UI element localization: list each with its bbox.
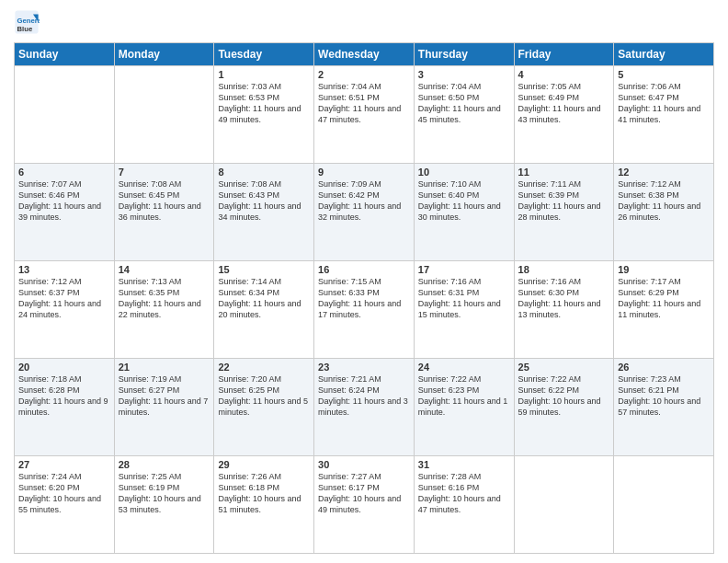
- day-number: 14: [119, 264, 210, 275]
- calendar-cell: 24Sunrise: 7:22 AM Sunset: 6:23 PM Dayli…: [414, 359, 514, 456]
- day-info: Sunrise: 7:05 AM Sunset: 6:49 PM Dayligh…: [518, 81, 610, 126]
- day-info: Sunrise: 7:17 AM Sunset: 6:29 PM Dayligh…: [618, 276, 710, 321]
- day-info: Sunrise: 7:23 AM Sunset: 6:21 PM Dayligh…: [618, 373, 710, 419]
- day-info: Sunrise: 7:03 AM Sunset: 6:53 PM Dayligh…: [218, 81, 310, 126]
- day-number: 18: [518, 264, 610, 275]
- calendar-cell: 6Sunrise: 7:07 AM Sunset: 6:46 PM Daylig…: [15, 164, 115, 261]
- calendar-cell: 11Sunrise: 7:11 AM Sunset: 6:39 PM Dayli…: [514, 164, 614, 261]
- day-info: Sunrise: 7:19 AM Sunset: 6:27 PM Dayligh…: [119, 373, 210, 419]
- calendar-cell: 22Sunrise: 7:20 AM Sunset: 6:25 PM Dayli…: [214, 359, 314, 456]
- svg-text:Blue: Blue: [17, 25, 33, 33]
- page: General Blue SundayMondayTuesdayWednesda…: [0, 0, 728, 563]
- day-number: 5: [618, 69, 710, 80]
- day-info: Sunrise: 7:16 AM Sunset: 6:31 PM Dayligh…: [418, 276, 510, 321]
- calendar-cell: 26Sunrise: 7:23 AM Sunset: 6:21 PM Dayli…: [614, 359, 714, 456]
- week-row-3: 13Sunrise: 7:12 AM Sunset: 6:37 PM Dayli…: [15, 261, 714, 359]
- day-number: 4: [518, 69, 610, 80]
- day-number: 16: [318, 264, 410, 275]
- day-number: 29: [218, 459, 310, 470]
- weekday-header-wednesday: Wednesday: [314, 43, 415, 66]
- day-number: 7: [119, 167, 210, 178]
- day-number: 8: [218, 167, 310, 178]
- day-info: Sunrise: 7:22 AM Sunset: 6:23 PM Dayligh…: [418, 373, 510, 419]
- day-info: Sunrise: 7:04 AM Sunset: 6:50 PM Dayligh…: [418, 81, 510, 126]
- day-info: Sunrise: 7:08 AM Sunset: 6:43 PM Dayligh…: [218, 178, 310, 224]
- calendar-cell: 12Sunrise: 7:12 AM Sunset: 6:38 PM Dayli…: [614, 164, 714, 261]
- day-info: Sunrise: 7:10 AM Sunset: 6:40 PM Dayligh…: [418, 178, 510, 224]
- calendar-cell: 1Sunrise: 7:03 AM Sunset: 6:53 PM Daylig…: [214, 66, 314, 164]
- calendar-cell: 16Sunrise: 7:15 AM Sunset: 6:33 PM Dayli…: [314, 261, 415, 359]
- day-info: Sunrise: 7:09 AM Sunset: 6:42 PM Dayligh…: [318, 178, 410, 224]
- calendar-cell: [514, 456, 614, 554]
- day-number: 20: [18, 362, 110, 373]
- day-info: Sunrise: 7:13 AM Sunset: 6:35 PM Dayligh…: [119, 276, 210, 321]
- weekday-header-monday: Monday: [114, 43, 214, 66]
- calendar-cell: 30Sunrise: 7:27 AM Sunset: 6:17 PM Dayli…: [314, 456, 415, 554]
- day-info: Sunrise: 7:18 AM Sunset: 6:28 PM Dayligh…: [18, 373, 110, 419]
- day-number: 11: [518, 167, 610, 178]
- day-number: 9: [318, 167, 410, 178]
- calendar-cell: 25Sunrise: 7:22 AM Sunset: 6:22 PM Dayli…: [514, 359, 614, 456]
- day-info: Sunrise: 7:06 AM Sunset: 6:47 PM Dayligh…: [618, 81, 710, 126]
- weekday-header-row: SundayMondayTuesdayWednesdayThursdayFrid…: [15, 43, 714, 66]
- day-number: 10: [418, 167, 510, 178]
- day-info: Sunrise: 7:20 AM Sunset: 6:25 PM Dayligh…: [218, 373, 310, 419]
- calendar-cell: 21Sunrise: 7:19 AM Sunset: 6:27 PM Dayli…: [114, 359, 214, 456]
- calendar-cell: 28Sunrise: 7:25 AM Sunset: 6:19 PM Dayli…: [114, 456, 214, 554]
- day-info: Sunrise: 7:14 AM Sunset: 6:34 PM Dayligh…: [218, 276, 310, 321]
- day-number: 19: [618, 264, 710, 275]
- day-number: 6: [18, 167, 110, 178]
- day-number: 15: [218, 264, 310, 275]
- week-row-2: 6Sunrise: 7:07 AM Sunset: 6:46 PM Daylig…: [15, 164, 714, 261]
- day-info: Sunrise: 7:21 AM Sunset: 6:24 PM Dayligh…: [318, 373, 410, 419]
- day-info: Sunrise: 7:24 AM Sunset: 6:20 PM Dayligh…: [18, 471, 110, 516]
- day-number: 27: [18, 459, 110, 470]
- calendar-cell: 2Sunrise: 7:04 AM Sunset: 6:51 PM Daylig…: [314, 66, 415, 164]
- calendar-table: SundayMondayTuesdayWednesdayThursdayFrid…: [14, 42, 714, 554]
- calendar-cell: 23Sunrise: 7:21 AM Sunset: 6:24 PM Dayli…: [314, 359, 415, 456]
- calendar-cell: [15, 66, 115, 164]
- week-row-1: 1Sunrise: 7:03 AM Sunset: 6:53 PM Daylig…: [15, 66, 714, 164]
- day-number: 22: [218, 362, 310, 373]
- weekday-header-sunday: Sunday: [15, 43, 115, 66]
- day-info: Sunrise: 7:07 AM Sunset: 6:46 PM Dayligh…: [18, 178, 110, 224]
- calendar-cell: 9Sunrise: 7:09 AM Sunset: 6:42 PM Daylig…: [314, 164, 415, 261]
- day-info: Sunrise: 7:04 AM Sunset: 6:51 PM Dayligh…: [318, 81, 410, 126]
- day-number: 1: [218, 69, 310, 80]
- day-info: Sunrise: 7:25 AM Sunset: 6:19 PM Dayligh…: [119, 471, 210, 516]
- day-number: 26: [618, 362, 710, 373]
- weekday-header-tuesday: Tuesday: [214, 43, 314, 66]
- calendar-cell: 4Sunrise: 7:05 AM Sunset: 6:49 PM Daylig…: [514, 66, 614, 164]
- weekday-header-thursday: Thursday: [414, 43, 514, 66]
- weekday-header-saturday: Saturday: [614, 43, 714, 66]
- calendar-cell: [614, 456, 714, 554]
- day-info: Sunrise: 7:08 AM Sunset: 6:45 PM Dayligh…: [119, 178, 210, 224]
- calendar-cell: 20Sunrise: 7:18 AM Sunset: 6:28 PM Dayli…: [15, 359, 115, 456]
- day-number: 30: [318, 459, 410, 470]
- day-number: 3: [418, 69, 510, 80]
- day-info: Sunrise: 7:27 AM Sunset: 6:17 PM Dayligh…: [318, 471, 410, 516]
- day-info: Sunrise: 7:26 AM Sunset: 6:18 PM Dayligh…: [218, 471, 310, 516]
- day-info: Sunrise: 7:15 AM Sunset: 6:33 PM Dayligh…: [318, 276, 410, 321]
- day-info: Sunrise: 7:11 AM Sunset: 6:39 PM Dayligh…: [518, 178, 610, 224]
- calendar-cell: 13Sunrise: 7:12 AM Sunset: 6:37 PM Dayli…: [15, 261, 115, 359]
- header: General Blue: [14, 9, 714, 35]
- week-row-5: 27Sunrise: 7:24 AM Sunset: 6:20 PM Dayli…: [15, 456, 714, 554]
- day-info: Sunrise: 7:28 AM Sunset: 6:16 PM Dayligh…: [418, 471, 510, 516]
- calendar-cell: 15Sunrise: 7:14 AM Sunset: 6:34 PM Dayli…: [214, 261, 314, 359]
- weekday-header-friday: Friday: [514, 43, 614, 66]
- day-number: 21: [119, 362, 210, 373]
- day-info: Sunrise: 7:12 AM Sunset: 6:38 PM Dayligh…: [618, 178, 710, 224]
- day-number: 2: [318, 69, 410, 80]
- calendar-cell: 27Sunrise: 7:24 AM Sunset: 6:20 PM Dayli…: [15, 456, 115, 554]
- day-info: Sunrise: 7:22 AM Sunset: 6:22 PM Dayligh…: [518, 373, 610, 419]
- day-number: 28: [119, 459, 210, 470]
- day-number: 12: [618, 167, 710, 178]
- calendar-cell: 7Sunrise: 7:08 AM Sunset: 6:45 PM Daylig…: [114, 164, 214, 261]
- calendar-cell: 31Sunrise: 7:28 AM Sunset: 6:16 PM Dayli…: [414, 456, 514, 554]
- calendar-cell: [114, 66, 214, 164]
- calendar-cell: 10Sunrise: 7:10 AM Sunset: 6:40 PM Dayli…: [414, 164, 514, 261]
- day-number: 23: [318, 362, 410, 373]
- calendar-cell: 5Sunrise: 7:06 AM Sunset: 6:47 PM Daylig…: [614, 66, 714, 164]
- day-number: 13: [18, 264, 110, 275]
